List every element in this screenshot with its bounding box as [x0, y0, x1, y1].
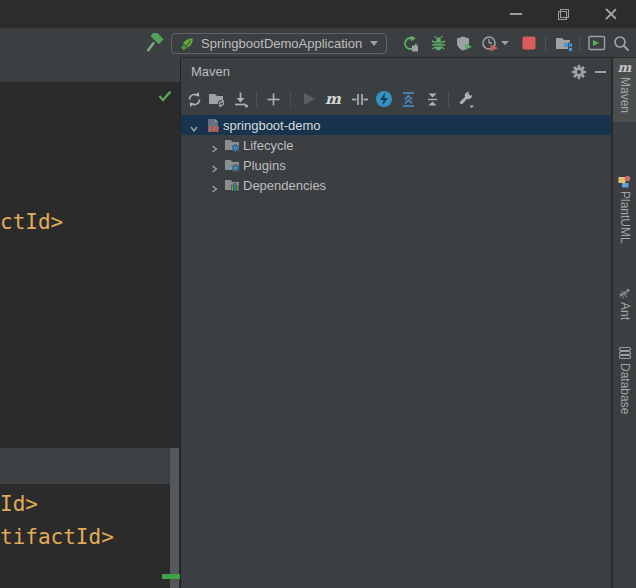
editor-scrollbar[interactable] [170, 448, 179, 588]
profiler-dropdown[interactable] [499, 32, 511, 54]
gear-icon [571, 64, 587, 80]
maven-settings-button[interactable] [570, 63, 588, 81]
settings-wrench-icon [457, 90, 475, 108]
stop-icon [522, 36, 536, 50]
services-button[interactable] [553, 32, 575, 54]
minimize-icon [510, 13, 522, 15]
expand-all-icon [400, 91, 417, 108]
build-button[interactable] [144, 32, 166, 54]
close-button[interactable] [594, 0, 628, 28]
hide-panel-button[interactable] [591, 63, 609, 81]
offline-mode-button[interactable] [373, 88, 395, 110]
svg-text:m: m [207, 122, 219, 134]
lifecycle-folder-icon [224, 137, 240, 153]
execute-goal-button[interactable]: m [322, 88, 344, 110]
rerun-icon [402, 35, 419, 52]
coverage-icon [456, 35, 473, 52]
hide-icon [595, 71, 606, 73]
tool-tab-maven[interactable]: m Maven [613, 58, 636, 122]
build-hammer-icon [145, 33, 165, 53]
tree-row-plugins[interactable]: Plugins [181, 155, 611, 175]
add-maven-project-button[interactable] [262, 88, 284, 110]
maven-settings-toolbar-button[interactable] [455, 88, 477, 110]
search-icon [613, 35, 630, 52]
stop-button[interactable] [518, 32, 540, 54]
maven-tool-window: Maven [181, 58, 611, 588]
maven-toolbar: m [181, 85, 611, 113]
download-sources-button[interactable] [229, 88, 251, 110]
add-icon [267, 93, 280, 106]
search-everywhere-button[interactable] [610, 32, 632, 54]
tool-tab-label: Database [618, 363, 632, 414]
profiler-button[interactable] [478, 32, 500, 54]
tree-row-lifecycle[interactable]: Lifecycle [181, 135, 611, 155]
dropdown-arrow-icon [370, 41, 378, 46]
terminal-run-button[interactable] [586, 32, 608, 54]
chevron-right-icon[interactable] [209, 180, 219, 190]
spring-boot-icon [180, 36, 195, 51]
skip-tests-icon [351, 91, 369, 108]
reimport-button[interactable] [183, 88, 205, 110]
chevron-right-icon[interactable] [209, 160, 219, 170]
collapse-all-button[interactable] [421, 88, 443, 110]
dependencies-folder-icon [224, 177, 240, 193]
restore-button[interactable] [546, 0, 580, 28]
tree-row-dependencies[interactable]: Dependencies [181, 175, 611, 195]
editor-tab-bar [0, 57, 180, 82]
code-line: ctId> [0, 211, 63, 233]
expand-all-button[interactable] [397, 88, 419, 110]
toolbar-separator [579, 36, 580, 52]
inspection-ok-icon[interactable] [158, 88, 172, 106]
tool-tab-label: Ant [618, 302, 632, 320]
run-build-icon [302, 92, 316, 106]
tool-tab-database[interactable]: Database [613, 343, 636, 428]
maven-module-icon: m [204, 117, 220, 133]
collapse-all-icon [424, 91, 441, 108]
scrollbar-green-marker [162, 574, 180, 579]
debug-bug-icon [430, 35, 447, 52]
skip-tests-button[interactable] [349, 88, 371, 110]
terminal-run-icon [588, 35, 606, 51]
title-bar [0, 0, 636, 28]
services-icon [555, 35, 573, 52]
chevron-right-icon[interactable] [209, 140, 219, 150]
tree-label: Lifecycle [243, 138, 294, 153]
reimport-icon [186, 91, 203, 108]
generate-sources-button[interactable] [206, 88, 228, 110]
tool-tab-plantuml[interactable]: PlantUML [613, 172, 636, 267]
tool-tab-ant[interactable]: Ant [613, 283, 636, 328]
toolbar-separator [290, 92, 291, 107]
tree-row-root[interactable]: m springboot-demo [181, 115, 611, 135]
toolbar-separator [545, 36, 546, 52]
chevron-down-icon[interactable] [189, 120, 199, 130]
tree-label: springboot-demo [223, 118, 321, 133]
run-build-button[interactable] [298, 88, 320, 110]
minimize-button[interactable] [499, 0, 533, 28]
plugins-folder-icon [224, 157, 240, 173]
debug-button[interactable] [427, 32, 449, 54]
database-icon [618, 346, 632, 360]
run-configuration-select[interactable]: SpringbootDemoApplication [171, 33, 387, 54]
close-icon [605, 8, 617, 20]
maven-m-icon: m [618, 61, 632, 74]
code-line: tifactId> [0, 526, 114, 548]
run-configuration-label: SpringbootDemoApplication [201, 36, 362, 51]
dropdown-arrow-icon [501, 41, 509, 45]
tree-label: Plugins [243, 158, 286, 173]
download-sources-icon [232, 91, 249, 108]
coverage-button[interactable] [453, 32, 475, 54]
tool-tab-label: Maven [618, 77, 632, 113]
editor-top[interactable]: ctId> Id> tifactId> [0, 82, 181, 588]
main-toolbar: SpringbootDemoApplication [0, 28, 636, 57]
rerun-button[interactable] [399, 32, 421, 54]
generate-sources-icon [208, 91, 226, 108]
ant-icon [618, 286, 631, 299]
tree-label: Dependencies [243, 178, 326, 193]
toolbar-separator [256, 92, 257, 107]
right-tool-strip: m Maven PlantUML Ant [612, 58, 636, 588]
profiler-icon [481, 35, 498, 52]
offline-mode-icon [375, 90, 393, 108]
editor-split-bar [0, 448, 170, 484]
tool-tab-label: PlantUML [618, 191, 632, 244]
plantuml-icon [618, 175, 631, 188]
